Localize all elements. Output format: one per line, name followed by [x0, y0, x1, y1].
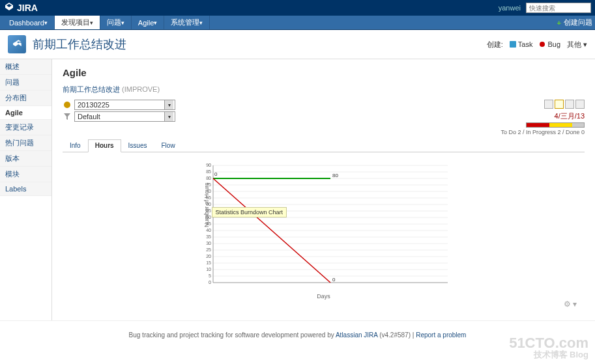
footer: Bug tracking and project tracking for so… [0, 320, 595, 349]
task-icon [510, 41, 516, 48]
status-done [572, 123, 584, 127]
filter-select[interactable]: Default ▾ [74, 111, 175, 122]
tab-hours[interactable]: Hours [88, 139, 121, 152]
control-row: 20130225 ▾ Default ▾ [63, 100, 585, 135]
svg-text:90: 90 [206, 163, 211, 167]
nav-dashboard[interactable]: Dashboard [3, 16, 55, 29]
chevron-down-icon: ▾ [164, 100, 173, 109]
status-todo [527, 123, 549, 127]
bug-icon [539, 41, 545, 48]
create-label: 创建: [487, 40, 503, 49]
sidebar-item-components[interactable]: 模块 [0, 167, 51, 182]
chart-svg: 0510 152025 303540 455055 606570 758085 … [194, 159, 454, 289]
main-content: Agile 前期工作总结改进 (IMPROVE) 20130225 ▾ Defa… [52, 59, 595, 320]
chevron-down-icon: ▾ [583, 40, 587, 49]
top-right: yanwei [499, 3, 591, 13]
sprint-select[interactable]: 20130225 ▾ [74, 100, 175, 110]
sidebar-item-changelog[interactable]: 变更记录 [0, 120, 51, 135]
sidebar-item-overview[interactable]: 概述 [0, 59, 51, 75]
y-axis-label: Number of Hours [203, 182, 210, 227]
nav-left: Dashboard 发现项目 问题 Agile 系统管理 [3, 16, 210, 29]
sub-tabs: Info Hours Issues Flow [63, 139, 585, 152]
filter-select-row: Default ▾ [63, 111, 175, 122]
nav-issues[interactable]: 问题 [100, 16, 132, 29]
selects: 20130225 ▾ Default ▾ [63, 100, 175, 122]
svg-text:85: 85 [206, 169, 211, 174]
nav-agile[interactable]: Agile [132, 16, 164, 29]
sprint-icon [63, 100, 72, 109]
svg-text:30: 30 [206, 241, 211, 245]
svg-rect-0 [510, 41, 516, 48]
sidebar-item-issues[interactable]: 问题 [0, 75, 51, 91]
nav-bar: Dashboard 发现项目 问题 Agile 系统管理 + 创建问题 [0, 16, 595, 30]
svg-text:35: 35 [206, 234, 211, 239]
view-mode-icons [501, 100, 585, 109]
sidebar-item-popular[interactable]: 热门问题 [0, 135, 51, 151]
view-icon-1[interactable] [544, 100, 553, 109]
chevron-down-icon: ▾ [164, 112, 173, 121]
svg-point-2 [64, 102, 70, 108]
view-icon-4[interactable] [575, 100, 585, 109]
svg-text:15: 15 [206, 260, 211, 265]
burndown-chart: Number of Hours [194, 159, 454, 289]
jira-link[interactable]: Atlassian JIRA [336, 331, 377, 339]
view-icon-3[interactable] [565, 100, 574, 109]
filter-icon [63, 112, 72, 121]
create-issue-label: 创建问题 [564, 18, 592, 27]
sidebar-item-labels[interactable]: Labels [0, 182, 51, 196]
svg-text:10: 10 [206, 267, 211, 272]
status-progress [549, 123, 572, 127]
tab-flow[interactable]: Flow [154, 139, 182, 152]
jira-logo-icon [4, 3, 14, 13]
sidebar-item-versions[interactable]: 版本 [0, 151, 51, 167]
tab-info[interactable]: Info [63, 139, 88, 152]
svg-point-1 [540, 42, 545, 47]
main-title: Agile [63, 67, 585, 78]
gridlines [213, 165, 448, 276]
start-label: 0 [214, 171, 218, 177]
svg-text:40: 40 [206, 228, 211, 232]
top-bar: JIRA yanwei [0, 0, 595, 16]
sidebar-item-roadmap[interactable]: 分布图 [0, 91, 51, 106]
project-icon [8, 35, 26, 53]
page-title: 前期工作总结改进 [33, 36, 126, 52]
report-problem-link[interactable]: Report a problem [416, 331, 466, 339]
quick-search-input[interactable] [526, 3, 591, 13]
nav-create-issue[interactable]: + 创建问题 [557, 18, 592, 27]
create-bug-button[interactable]: Bug [539, 40, 560, 48]
sidebar-item-agile[interactable]: Agile [0, 106, 51, 120]
sidebar: 概述 问题 分布图 Agile 变更记录 热门问题 版本 模块 Labels [0, 59, 52, 320]
gear-icon: ⚙ ▾ [564, 300, 577, 309]
view-icon-2[interactable] [555, 100, 564, 109]
create-task-button[interactable]: Task [510, 40, 533, 48]
tab-issues[interactable]: Issues [121, 139, 154, 152]
status-text: To Do 2 / In Progress 2 / Done 0 [501, 129, 585, 135]
sprint-select-row: 20130225 ▾ [63, 100, 175, 110]
svg-text:25: 25 [206, 247, 211, 252]
sprint-date: 4/三月/13 [501, 111, 585, 121]
watermark: 51CTO.com 技术博客 Blog [509, 336, 588, 349]
page-header: 前期工作总结改进 创建: Task Bug 其他 ▾ [0, 30, 595, 59]
nav-admin[interactable]: 系统管理 [164, 16, 210, 29]
plus-icon: + [557, 19, 561, 27]
header-actions: 创建: Task Bug 其他 ▾ [487, 40, 587, 49]
create-other-button[interactable]: 其他 ▾ [567, 40, 587, 49]
logo[interactable]: JIRA [4, 3, 38, 13]
page-title-wrap: 前期工作总结改进 [8, 35, 126, 53]
nav-project[interactable]: 发现项目 [55, 16, 100, 29]
svg-text:80: 80 [206, 176, 211, 180]
user-name[interactable]: yanwei [499, 4, 521, 12]
chart-tooltip: Statistics Burndown Chart [212, 207, 287, 217]
chart-meta: 4/三月/13 To Do 2 / In Progress 2 / Done 0 [501, 100, 585, 135]
svg-text:20: 20 [206, 254, 211, 259]
body-wrap: 概述 问题 分布图 Agile 变更记录 热门问题 版本 模块 Labels A… [0, 59, 595, 320]
logo-text: JIRA [17, 3, 38, 13]
status-bar [526, 122, 585, 128]
remaining-end-label: 80 [332, 173, 338, 178]
svg-text:5: 5 [209, 273, 211, 278]
x-axis-label: Days [194, 293, 454, 300]
svg-text:0: 0 [209, 280, 211, 285]
end-label: 0 [332, 277, 336, 283]
breadcrumb[interactable]: 前期工作总结改进 (IMPROVE) [63, 85, 585, 94]
